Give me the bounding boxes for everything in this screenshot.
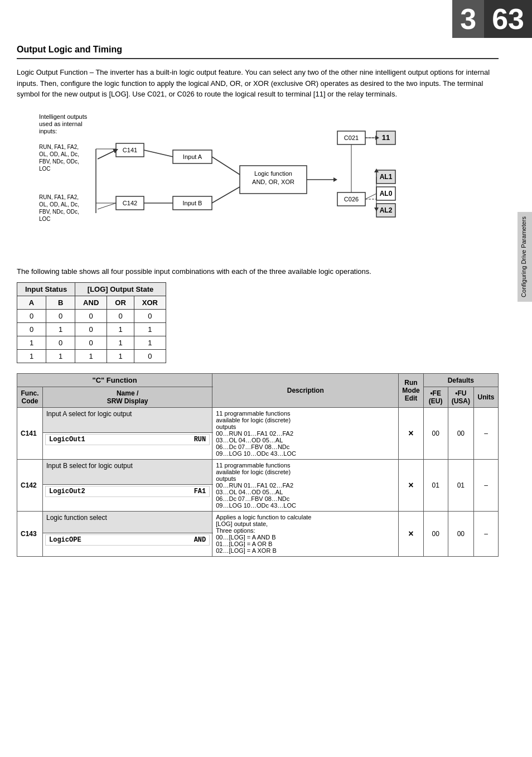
svg-line-26 bbox=[98, 203, 116, 209]
svg-text:used as internal: used as internal bbox=[39, 120, 83, 127]
truth-table-cell: 0 bbox=[134, 310, 166, 323]
col-and: AND bbox=[75, 296, 107, 310]
truth-table-row: 01011 bbox=[17, 323, 166, 336]
main-content: Output Logic and Timing Logic Output Fun… bbox=[0, 0, 532, 573]
func-desc-cell: Applies a logic function to calculate [L… bbox=[212, 512, 399, 557]
truth-table-cell: 1 bbox=[46, 323, 75, 336]
fe-cell: 00 bbox=[423, 408, 448, 460]
run-mode-cell: × bbox=[399, 408, 423, 460]
truth-table-row: 00000 bbox=[17, 310, 166, 323]
c-function-header: "C" Function bbox=[17, 374, 212, 387]
truth-table-cell: 1 bbox=[134, 336, 166, 350]
units-cell: – bbox=[474, 512, 499, 557]
truth-table-cell: 0 bbox=[46, 336, 75, 350]
func-table-row: C142Input B select for logic output11 pr… bbox=[17, 460, 499, 485]
units-header: Units bbox=[474, 387, 499, 408]
intro-text: Logic Output Function – The inverter has… bbox=[17, 67, 499, 100]
svg-text:11: 11 bbox=[382, 133, 390, 142]
truth-table-cell: 1 bbox=[75, 350, 107, 363]
svg-text:RUN, FA1, FA2,: RUN, FA1, FA2, bbox=[39, 144, 79, 150]
func-desc-cell: 11 programmable functions available for … bbox=[212, 460, 399, 512]
truth-table-cell: 1 bbox=[17, 350, 46, 363]
truth-table-cell: 0 bbox=[17, 310, 46, 323]
truth-table-cell: 0 bbox=[134, 350, 166, 363]
defaults-header: Defaults bbox=[423, 374, 498, 387]
svg-line-47 bbox=[365, 194, 376, 199]
run-mode-header: RunModeEdit bbox=[399, 374, 423, 408]
truth-table-cell: 0 bbox=[46, 310, 75, 323]
func-code-cell: C142 bbox=[17, 460, 43, 512]
svg-text:Intelligent outputs: Intelligent outputs bbox=[39, 113, 88, 120]
truth-table-intro: The following table shows all four possi… bbox=[17, 266, 499, 277]
truth-table-cell: 0 bbox=[75, 310, 107, 323]
func-table-row: C141Input A select for logic output11 pr… bbox=[17, 408, 499, 433]
fu-cell: 00 bbox=[448, 408, 473, 460]
func-code-cell: C141 bbox=[17, 408, 43, 460]
svg-text:Input B: Input B bbox=[183, 200, 202, 206]
svg-line-25 bbox=[212, 157, 240, 175]
units-cell: – bbox=[474, 408, 499, 460]
page-container: 3 63 Configuring Drive Parameters Output… bbox=[0, 0, 532, 757]
input-status-header: Input Status bbox=[17, 283, 75, 296]
truth-table-cell: 1 bbox=[107, 336, 134, 350]
svg-text:LOC: LOC bbox=[39, 166, 51, 172]
section-title: Output Logic and Timing bbox=[17, 45, 499, 59]
page-number: 63 bbox=[484, 0, 532, 38]
col-b: B bbox=[46, 296, 75, 310]
truth-table-cell: 1 bbox=[46, 350, 75, 363]
svg-text:LOC: LOC bbox=[39, 216, 51, 222]
svg-text:Input A: Input A bbox=[183, 153, 202, 160]
func-table: "C" Function Description RunModeEdit Def… bbox=[17, 373, 499, 557]
logic-diagram: Intelligent outputs used as internal inp… bbox=[33, 110, 402, 255]
fe-cell: 00 bbox=[423, 512, 448, 557]
svg-text:AND, OR, XOR: AND, OR, XOR bbox=[252, 179, 294, 185]
func-desc-cell: 11 programmable functions available for … bbox=[212, 408, 399, 460]
sidebar-label: Configuring Drive Parameters bbox=[518, 212, 532, 302]
log-output-header: [LOG] Output State bbox=[75, 283, 166, 296]
truth-table-section: The following table shows all four possi… bbox=[17, 266, 499, 364]
fe-header: •FE(EU) bbox=[423, 387, 448, 408]
svg-text:AL2: AL2 bbox=[380, 206, 393, 214]
svg-text:AL0: AL0 bbox=[380, 190, 393, 197]
func-name-cell: Input B select for logic output bbox=[43, 460, 212, 485]
truth-table-row: 11110 bbox=[17, 350, 166, 363]
func-code-cell: C143 bbox=[17, 512, 43, 557]
svg-text:C141: C141 bbox=[123, 147, 137, 153]
func-name-cell: Input A select for logic output bbox=[43, 408, 212, 433]
svg-line-28 bbox=[212, 187, 240, 203]
diagram-container: Intelligent outputs used as internal inp… bbox=[33, 110, 402, 255]
func-table-container: "C" Function Description RunModeEdit Def… bbox=[17, 373, 499, 557]
truth-table-row: 10011 bbox=[17, 336, 166, 350]
fu-header: •FU(USA) bbox=[448, 387, 473, 408]
svg-text:OL, OD, AL, Dc,: OL, OD, AL, Dc, bbox=[39, 201, 79, 208]
svg-text:RUN, FA1, FA2,: RUN, FA1, FA2, bbox=[39, 194, 79, 200]
truth-table-cell: 0 bbox=[75, 336, 107, 350]
truth-table-cell: 1 bbox=[17, 336, 46, 350]
run-mode-cell: × bbox=[399, 512, 423, 557]
fu-cell: 00 bbox=[448, 512, 473, 557]
chapter-number: 3 bbox=[452, 0, 484, 38]
svg-text:FBV, NDc, ODc,: FBV, NDc, ODc, bbox=[39, 209, 79, 215]
func-code-header: Func.Code bbox=[17, 387, 43, 408]
truth-table-cell: 0 bbox=[107, 310, 134, 323]
func-display-value: LogicOut2FA1 bbox=[45, 486, 210, 497]
truth-table-cell: 1 bbox=[107, 323, 134, 336]
col-or: OR bbox=[107, 296, 134, 310]
run-mode-cell: × bbox=[399, 460, 423, 512]
svg-text:AL1: AL1 bbox=[380, 173, 393, 181]
svg-text:C142: C142 bbox=[123, 200, 137, 206]
truth-table-cell: 1 bbox=[107, 350, 134, 363]
func-display-cell: LogicOut1RUN bbox=[43, 432, 212, 459]
svg-marker-30 bbox=[333, 177, 337, 182]
name-srw-header: Name /SRW Display bbox=[43, 387, 212, 408]
func-name-cell: Logic function select bbox=[43, 512, 212, 533]
fu-cell: 01 bbox=[448, 460, 473, 512]
func-display-value: LogicOut1RUN bbox=[45, 434, 210, 445]
col-xor: XOR bbox=[134, 296, 166, 310]
truth-table-cell: 0 bbox=[75, 323, 107, 336]
fe-cell: 01 bbox=[423, 460, 448, 512]
svg-text:Logic function: Logic function bbox=[254, 170, 292, 177]
func-display-cell: LogicOut2FA1 bbox=[43, 484, 212, 511]
col-a: A bbox=[17, 296, 46, 310]
func-table-row: C143Logic function selectApplies a logic… bbox=[17, 512, 499, 533]
